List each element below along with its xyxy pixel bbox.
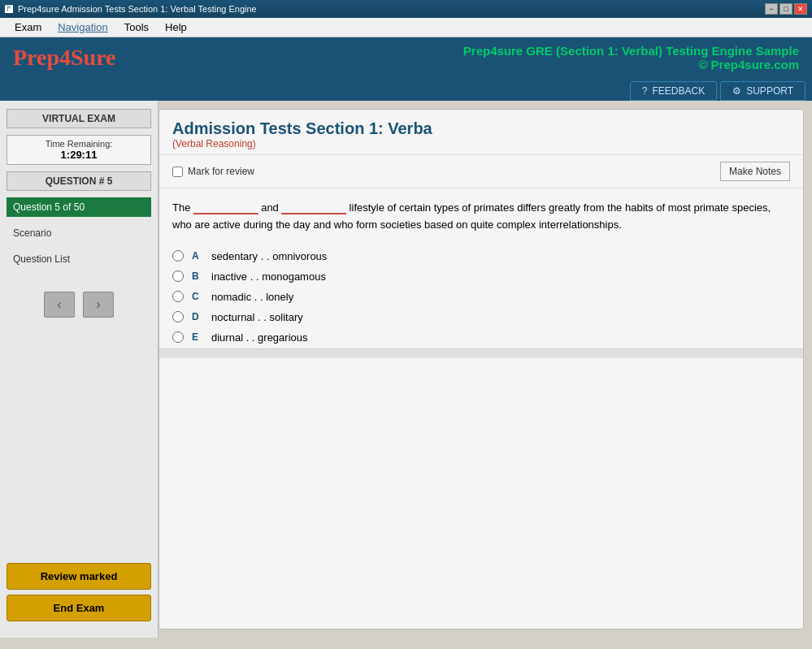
feedback-icon: ? bbox=[642, 85, 648, 97]
time-box: Time Remaining: 1:29:11 bbox=[7, 135, 151, 165]
mark-review-text: Mark for review bbox=[188, 166, 254, 177]
logo-rest: Sure bbox=[71, 45, 116, 70]
menu-navigation[interactable]: Navigation bbox=[50, 19, 115, 35]
tab-feedback-label: FEEDBACK bbox=[653, 85, 706, 97]
option-row-b: B inactive . . monogamous bbox=[172, 270, 790, 283]
question-area: The ___________ and ___________ lifestyl… bbox=[159, 188, 803, 245]
review-marked-button[interactable]: Review marked bbox=[7, 563, 151, 590]
review-bar: Mark for review Make Notes bbox=[159, 155, 803, 188]
option-text-a: sedentary . . omnivorous bbox=[211, 250, 327, 262]
logo-accent: 4 bbox=[59, 45, 71, 70]
blank-2: ___________ bbox=[281, 201, 346, 214]
nav-arrows: ‹ › bbox=[7, 292, 151, 318]
next-button[interactable]: › bbox=[83, 292, 114, 318]
radio-a[interactable] bbox=[172, 250, 184, 262]
option-text-b: inactive . . monogamous bbox=[211, 270, 326, 283]
scrollbar[interactable] bbox=[159, 348, 803, 358]
content-title: Admission Tests Section 1: Verba bbox=[172, 119, 790, 138]
option-letter-c: C bbox=[192, 291, 203, 302]
question-number-label: QUESTION # 5 bbox=[7, 171, 151, 191]
time-value: 1:29:11 bbox=[11, 149, 147, 161]
options-area: A sedentary . . omnivorous B inactive . … bbox=[159, 245, 803, 348]
logo: Prep4Sure bbox=[13, 45, 116, 71]
option-row-a: A sedentary . . omnivorous bbox=[172, 250, 790, 262]
mark-review-label: Mark for review bbox=[172, 166, 254, 177]
option-text-d: nocturnal . . solitary bbox=[211, 311, 303, 323]
content-subtitle: (Verbal Reasoning) bbox=[172, 138, 790, 149]
app-icon: 🅿 bbox=[5, 5, 13, 14]
option-letter-d: D bbox=[192, 311, 203, 322]
blank-1: ___________ bbox=[193, 201, 258, 214]
virtual-exam-label: VIRTUAL EXAM bbox=[7, 109, 151, 128]
sidebar: VIRTUAL EXAM Time Remaining: 1:29:11 QUE… bbox=[0, 101, 158, 638]
header-title: Prep4sure GRE (Section 1: Verbal) Testin… bbox=[463, 44, 799, 71]
option-text-e: diurnal . . gregarious bbox=[211, 331, 308, 344]
minimize-button[interactable]: − bbox=[765, 3, 778, 15]
sidebar-item-scenario[interactable]: Scenario bbox=[7, 223, 151, 243]
window-title: Prep4sure Admission Tests Section 1: Ver… bbox=[18, 4, 257, 14]
time-remaining-label: Time Remaining: bbox=[11, 139, 147, 149]
menu-tools[interactable]: Tools bbox=[116, 19, 157, 35]
radio-d[interactable] bbox=[172, 311, 184, 322]
header-title-line2: © Prep4sure.com bbox=[463, 58, 799, 71]
support-icon: ⚙ bbox=[732, 85, 741, 97]
radio-b[interactable] bbox=[172, 270, 184, 282]
mark-review-checkbox[interactable] bbox=[172, 167, 183, 177]
content-panel: Admission Tests Section 1: Verba (Verbal… bbox=[158, 109, 804, 630]
content-header: Admission Tests Section 1: Verba (Verbal… bbox=[159, 110, 803, 155]
menu-bar: Exam Navigation Tools Help bbox=[0, 18, 812, 37]
menu-help[interactable]: Help bbox=[157, 19, 195, 35]
make-notes-button[interactable]: Make Notes bbox=[720, 162, 790, 181]
tab-feedback[interactable]: ? FEEDBACK bbox=[630, 81, 717, 101]
option-letter-a: A bbox=[192, 250, 203, 262]
maximize-button[interactable]: □ bbox=[779, 3, 792, 15]
option-text-c: nomadic . . lonely bbox=[211, 291, 293, 303]
tab-bar: ? FEEDBACK ⚙ SUPPORT bbox=[0, 78, 812, 101]
close-button[interactable]: ✕ bbox=[794, 3, 807, 15]
option-letter-e: E bbox=[192, 331, 203, 343]
sidebar-item-question-list[interactable]: Question List bbox=[7, 249, 151, 269]
title-bar: 🅿 Prep4sure Admission Tests Section 1: V… bbox=[0, 0, 812, 18]
sidebar-bottom: Review marked End Exam bbox=[7, 563, 151, 630]
option-row-e: E diurnal . . gregarious bbox=[172, 331, 790, 344]
header-title-line1: Prep4sure GRE (Section 1: Verbal) Testin… bbox=[463, 44, 799, 58]
logo-main: Prep bbox=[13, 45, 59, 70]
tab-support-label: SUPPORT bbox=[746, 85, 793, 97]
window-controls: − □ ✕ bbox=[765, 3, 807, 15]
main-area: VIRTUAL EXAM Time Remaining: 1:29:11 QUE… bbox=[0, 101, 812, 638]
radio-e[interactable] bbox=[172, 331, 184, 343]
option-row-c: C nomadic . . lonely bbox=[172, 291, 790, 303]
tab-support[interactable]: ⚙ SUPPORT bbox=[720, 81, 805, 101]
header-bar: Prep4Sure Prep4sure GRE (Section 1: Verb… bbox=[0, 37, 812, 78]
option-row-d: D nocturnal . . solitary bbox=[172, 311, 790, 323]
radio-c[interactable] bbox=[172, 291, 184, 302]
end-exam-button[interactable]: End Exam bbox=[7, 595, 151, 621]
option-letter-b: B bbox=[192, 270, 203, 282]
prev-button[interactable]: ‹ bbox=[44, 292, 75, 318]
sidebar-item-question-of[interactable]: Question 5 of 50 bbox=[7, 197, 151, 217]
menu-exam[interactable]: Exam bbox=[7, 19, 50, 35]
